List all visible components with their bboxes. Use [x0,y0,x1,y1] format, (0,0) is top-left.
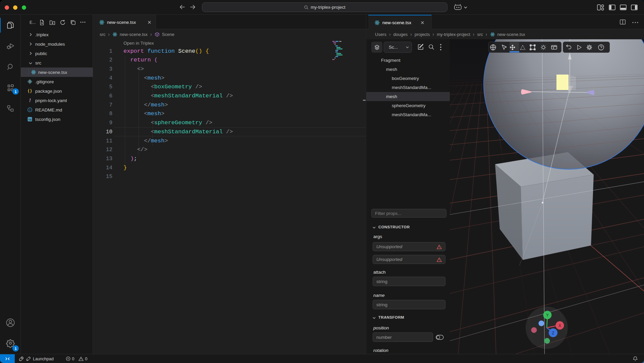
svg-text:TS: TS [28,118,32,121]
svg-text:Z: Z [552,331,554,335]
svg-text:X: X [558,323,561,328]
svg-text:Y: Y [546,313,549,318]
